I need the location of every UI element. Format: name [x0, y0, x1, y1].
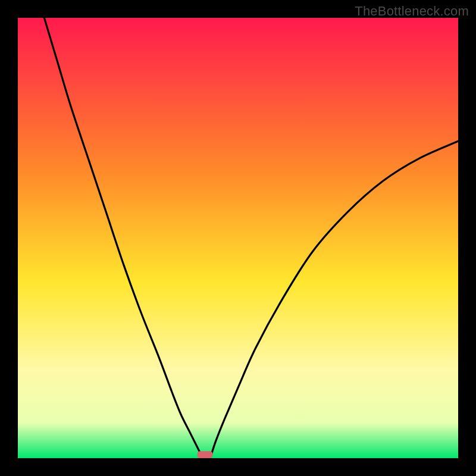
gradient-background: [18, 18, 458, 458]
watermark-text: TheBottleneck.com: [355, 4, 469, 19]
chart-frame: [18, 18, 458, 458]
minimum-marker: [198, 451, 213, 458]
bottleneck-chart: [18, 18, 458, 458]
